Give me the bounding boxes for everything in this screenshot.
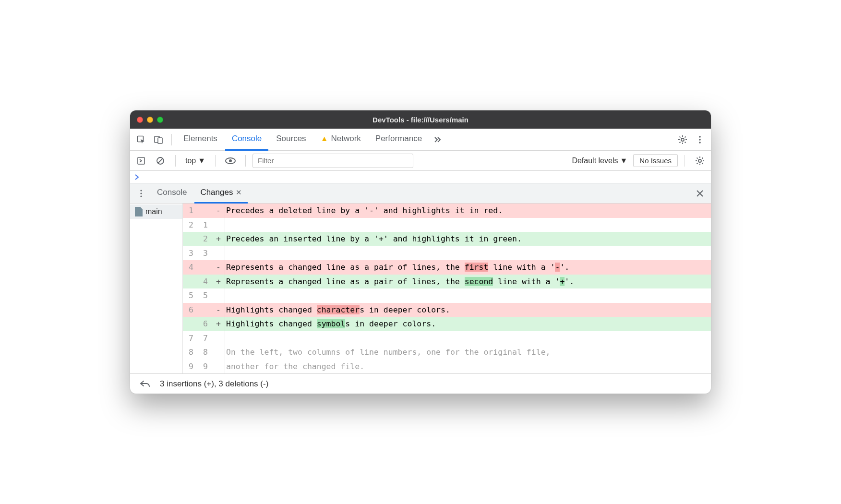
tab-elements[interactable]: Elements <box>177 129 224 151</box>
svg-line-9 <box>158 158 163 163</box>
chevron-right-icon <box>135 174 140 180</box>
diff-code: Precedes an inserted line by a '+' and h… <box>225 232 711 246</box>
kebab-menu-button[interactable] <box>692 132 708 148</box>
changes-summary: 3 insertions (+), 3 deletions (-) <box>160 379 268 389</box>
changes-panel: main 1-Precedes a deleted line by a '-' … <box>130 204 711 373</box>
diff-sign <box>212 218 225 232</box>
drawer-tab-label: Console <box>157 188 187 197</box>
svg-point-12 <box>698 159 701 162</box>
inspect-element-button[interactable] <box>133 132 149 148</box>
tab-label: Console <box>232 134 262 144</box>
line-number-new: 6 <box>197 317 212 331</box>
drawer-tab-console[interactable]: Console <box>151 183 192 204</box>
line-number-new: 8 <box>197 345 212 360</box>
diff-code: On the left, two columns of line numbers… <box>225 345 711 360</box>
close-tab-icon[interactable]: ✕ <box>236 188 242 197</box>
drawer-tabbar: Console Changes ✕ <box>130 183 711 204</box>
line-number-new: 5 <box>197 288 212 303</box>
live-expression-button[interactable] <box>222 153 239 169</box>
chevron-down-icon: ▼ <box>620 156 627 165</box>
svg-point-13 <box>140 190 142 191</box>
revert-button[interactable] <box>137 376 153 392</box>
diff-code: Precedes a deleted line by a '-' and hig… <box>225 204 711 218</box>
svg-point-14 <box>140 192 142 194</box>
tab-console[interactable]: Console <box>225 129 268 151</box>
log-levels-selector[interactable]: Default levels ▼ <box>569 154 630 168</box>
diff-code <box>225 288 711 303</box>
line-number-old <box>183 275 197 289</box>
levels-label: Default levels <box>572 156 618 165</box>
drawer-tab-label: Changes <box>200 188 233 197</box>
line-number-new: 3 <box>197 246 212 261</box>
diff-code: another for the changed file. <box>225 360 711 374</box>
context-label: top <box>185 156 196 165</box>
tab-performance[interactable]: Performance <box>369 129 429 151</box>
line-number-old: 2 <box>183 218 197 232</box>
diff-view[interactable]: 1-Precedes a deleted line by a '-' and h… <box>183 204 711 373</box>
more-tabs-button[interactable] <box>430 132 446 148</box>
console-settings-button[interactable] <box>692 153 708 169</box>
close-window-button[interactable] <box>137 117 143 123</box>
diff-code <box>225 218 711 232</box>
drawer-kebab-button[interactable] <box>133 185 149 202</box>
minimize-window-button[interactable] <box>147 117 153 123</box>
chevron-down-icon: ▼ <box>198 156 205 165</box>
line-number-old: 9 <box>183 360 197 374</box>
line-number-new: 1 <box>197 218 212 232</box>
context-selector[interactable]: top ▼ <box>182 154 208 168</box>
line-number-new <box>197 204 212 218</box>
diff-sign: + <box>212 275 225 289</box>
devtools-window: DevTools - file:///Users/main Elements C… <box>130 110 711 394</box>
toggle-console-sidebar-button[interactable] <box>133 153 149 169</box>
line-number-old <box>183 232 197 246</box>
line-number-new: 4 <box>197 275 212 289</box>
line-number-old: 8 <box>183 345 197 360</box>
line-number-old: 6 <box>183 303 197 317</box>
issues-button[interactable]: No Issues <box>633 154 678 167</box>
titlebar: DevTools - file:///Users/main <box>130 110 711 129</box>
device-toggle-button[interactable] <box>150 132 167 148</box>
svg-point-11 <box>229 159 232 162</box>
file-item[interactable]: main <box>130 204 182 219</box>
drawer-tab-changes[interactable]: Changes ✕ <box>194 183 248 204</box>
line-number-new: 2 <box>197 232 212 246</box>
filter-input[interactable] <box>252 154 413 168</box>
file-icon <box>135 207 143 216</box>
traffic-lights <box>137 117 163 123</box>
diff-sign <box>212 331 225 346</box>
diff-code: Represents a changed line as a pair of l… <box>225 260 711 275</box>
tab-sources[interactable]: Sources <box>269 129 312 151</box>
diff-code: Highlights changed symbols in deeper col… <box>225 317 711 331</box>
separator <box>245 155 246 167</box>
clear-console-button[interactable] <box>152 153 168 169</box>
tab-label: Network <box>331 134 360 144</box>
line-number-new: 7 <box>197 331 212 346</box>
console-filterbar: top ▼ Default levels ▼ No Issues <box>130 151 711 171</box>
separator <box>685 155 685 167</box>
tab-label: Elements <box>183 134 217 144</box>
diff-code: Represents a changed line as a pair of l… <box>225 275 711 289</box>
tab-network[interactable]: ▲ Network <box>314 129 368 151</box>
settings-button[interactable] <box>674 132 691 148</box>
tab-label: Sources <box>276 134 306 144</box>
diff-sign: + <box>212 232 225 246</box>
diff-code <box>225 246 711 261</box>
line-number-old: 3 <box>183 246 197 261</box>
file-tree: main <box>130 204 183 373</box>
diff-code: Highlights changed characters in deeper … <box>225 303 711 317</box>
separator <box>175 155 176 167</box>
svg-point-4 <box>699 136 701 138</box>
diff-sign: + <box>212 317 225 331</box>
line-number-old: 5 <box>183 288 197 303</box>
zoom-window-button[interactable] <box>157 117 163 123</box>
svg-point-6 <box>699 142 701 144</box>
diff-sign <box>212 288 225 303</box>
line-number-old <box>183 317 197 331</box>
line-number-new: 9 <box>197 360 212 374</box>
line-number-new <box>197 260 212 275</box>
svg-point-3 <box>681 138 684 141</box>
console-prompt[interactable] <box>130 171 711 183</box>
issues-label: No Issues <box>639 156 672 165</box>
diff-sign <box>212 345 225 360</box>
close-drawer-button[interactable] <box>692 185 708 202</box>
